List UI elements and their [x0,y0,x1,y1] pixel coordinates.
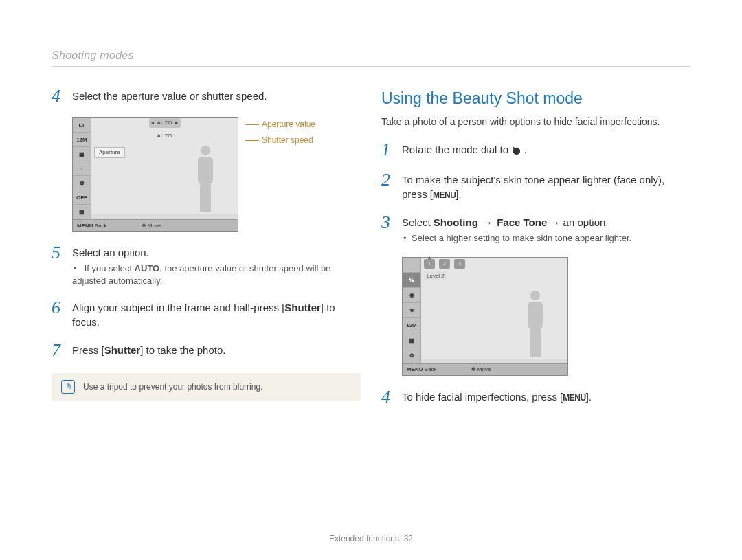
page-footer: Extended functions 32 [0,533,742,545]
sidebar-icon: 12M [403,318,420,333]
footer-back: Back [95,223,107,229]
move-icon: ✥ [471,366,476,372]
note-icon: ✎ [61,380,75,394]
lcd-main: ◂ AUTO ▸ AUTO Aperture [91,118,238,214]
footer-back: Back [425,366,437,372]
step-text: To hide facial imperfections, press [MEN… [402,388,690,406]
step-7: 7 Press [Shutter] to take the photo. [52,341,361,359]
step-number: 5 [52,244,64,287]
manual-page: Shooting modes 4 Select the aperture val… [0,0,742,560]
shutter-value: AUTO [157,132,172,139]
sidebar-icon: ◉ [403,288,420,303]
menu-icon: MENU [77,223,93,229]
sidebar-icon: ▦ [73,205,91,219]
lcd-footer: MENU Back ✥ Move [403,363,567,375]
level-icon: 3 [454,259,465,269]
sidebar-icon: ⅓ [403,273,420,288]
face-tone-levels: 1 2 3 [424,259,465,269]
sidebar-icon: ✿ [73,176,91,190]
move-icon: ✥ [142,223,146,229]
selected-value: AUTO [157,119,172,126]
step-number: 7 [52,341,64,359]
lcd-sidebar: ⅓ ◉ ★ 12M ▦ ✿ [403,258,421,363]
step-2: 2 To make the subject's skin tone appear… [381,171,690,201]
footer-move: Move [477,366,491,372]
sidebar-icon: 12M [73,133,91,147]
sidebar-icon: ▫ [73,161,91,176]
chevron-left-icon: ◂ [151,119,154,126]
step-5: 5 Select an option. If you select AUTO, … [52,244,361,287]
step-4: 4 To hide facial imperfections, press [M… [381,388,690,406]
step-number: 4 [381,388,394,406]
callouts: Aperture value Shutter speed [245,119,315,146]
sidebar-icon: ▦ [73,147,91,161]
silhouette-icon [518,291,552,359]
step-number: 2 [381,171,394,201]
step-text: Select Shooting → Face Tone → an option.… [402,214,690,245]
note-box: ✎ Use a tripod to prevent your photos fr… [52,373,361,401]
level-label: Level 2 [424,271,447,280]
right-column: Using the Beauty Shot mode Take a photo … [381,87,690,418]
step-text: Align your subject in the frame and half… [72,299,361,329]
step-number: 3 [381,214,394,245]
lcd-illustration-1: LT 12M ▦ ▫ ✿ OFF ▦ ◂ AUTO ▸ [72,117,361,232]
lcd-illustration-2: ⅓ ◉ ★ 12M ▦ ✿ ▴ 1 2 3 [402,257,690,376]
footer-move: Move [148,223,161,229]
lcd-screen: ⅓ ◉ ★ 12M ▦ ✿ ▴ 1 2 3 [402,257,568,376]
step-1: 1 Rotate the mode dial to . [381,141,690,159]
sidebar-icon: ✿ [403,348,420,363]
bullet: Select a higher setting to make skin ton… [402,232,690,245]
callout: Aperture value [245,119,315,131]
level-icon: 2 [439,259,450,269]
footer-section: Extended functions [329,534,399,544]
step-text: Rotate the mode dial to . [402,141,690,159]
step-6: 6 Align your subject in the frame and ha… [52,299,361,329]
step-3: 3 Select Shooting → Face Tone → an optio… [381,214,690,245]
lcd-footer: MENU Back ✥ Move [73,219,238,231]
sidebar-icon: OFF [73,190,91,205]
step-text: Press [Shutter] to take the photo. [72,341,361,359]
lcd-screen: LT 12M ▦ ▫ ✿ OFF ▦ ◂ AUTO ▸ [72,117,238,232]
aperture-label: Aperture [94,147,125,157]
step-text: To make the subject's skin tone appear l… [402,171,690,201]
lcd-main: ▴ 1 2 3 Level 2 [421,258,567,359]
section-title: Using the Beauty Shot mode [381,87,690,109]
page-number: 32 [404,534,413,544]
step-text: Select an option. If you select AUTO, th… [72,244,361,287]
silhouette-icon [188,146,223,214]
sidebar-icon: ★ [403,303,420,318]
lcd-sidebar: LT 12M ▦ ▫ ✿ OFF ▦ [73,118,91,219]
beauty-mode-icon [511,146,521,155]
bullet: If you select AUTO, the aperture value o… [72,262,361,287]
sidebar-icon [403,258,420,273]
sidebar-icon: ▦ [403,333,420,348]
level-icon: 1 [424,259,435,269]
step-4: 4 Select the aperture value or shutter s… [52,87,361,105]
sidebar-icon: LT [73,118,91,133]
aperture-value-selector: ◂ AUTO ▸ [148,118,180,127]
chevron-right-icon: ▸ [175,119,178,126]
bullet-list: If you select AUTO, the aperture value o… [72,262,361,287]
bullet-list: Select a higher setting to make skin ton… [402,232,690,245]
callout: Shutter speed [245,135,315,146]
section-subtitle: Take a photo of a person with options to… [381,115,690,129]
note-text: Use a tripod to prevent your photos from… [83,381,262,393]
step-text: Select the aperture value or shutter spe… [72,87,361,105]
left-column: 4 Select the aperture value or shutter s… [52,87,361,418]
step-number: 4 [52,87,64,105]
step-number: 1 [381,141,394,159]
step-number: 6 [52,299,64,329]
menu-icon: MENU [407,366,423,372]
columns: 4 Select the aperture value or shutter s… [52,87,690,418]
page-header: Shooting modes [52,48,690,67]
